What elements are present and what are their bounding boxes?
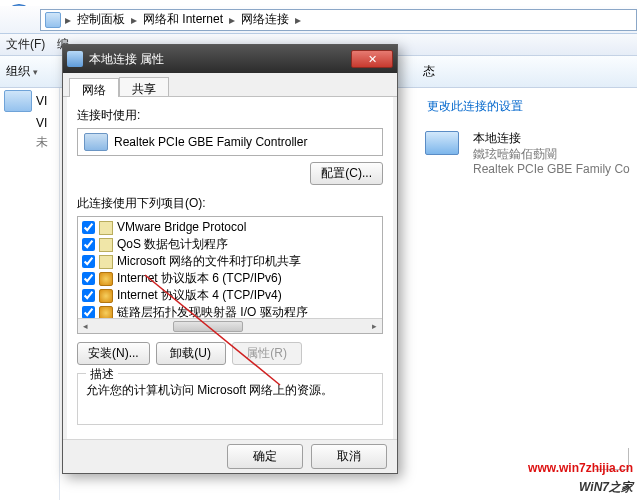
protocol-icon	[99, 289, 113, 303]
component-item[interactable]: Microsoft 网络的文件和打印机共享	[80, 253, 380, 270]
nic-icon	[84, 133, 108, 151]
list-item[interactable]: VI	[0, 114, 59, 132]
menu-file[interactable]: 文件(F)	[6, 36, 45, 53]
component-label: Internet 协议版本 4 (TCP/IPv4)	[117, 288, 282, 303]
watermark-url: www.win7zhijia.cn	[528, 461, 633, 475]
connection-card[interactable]: 本地连接 鐵玹曀錀佰葝闓 Realtek PCIe GBE Family Co	[417, 125, 637, 184]
control-panel-icon	[45, 12, 61, 28]
list-item-label: VI	[36, 94, 47, 108]
watermark: www.win7zhijia.cn WiN7之家	[528, 461, 633, 496]
install-button[interactable]: 安装(N)...	[77, 342, 150, 365]
breadcrumb-item[interactable]: 网络和 Internet	[141, 11, 225, 28]
horizontal-scrollbar[interactable]: ◂ ▸	[78, 318, 382, 333]
component-label: VMware Bridge Protocol	[117, 220, 246, 235]
service-icon	[99, 255, 113, 269]
component-label: Microsoft 网络的文件和打印机共享	[117, 254, 301, 269]
connection-name: 本地连接	[473, 131, 630, 147]
dialog-titlebar[interactable]: 本地连接 属性 ✕	[63, 45, 397, 73]
chevron-right-icon: ▸	[65, 13, 71, 27]
connection-adapter: Realtek PCIe GBE Family Co	[473, 162, 630, 178]
component-item[interactable]: Internet 协议版本 4 (TCP/IPv4)	[80, 287, 380, 304]
tab-network[interactable]: 网络	[69, 78, 119, 97]
chevron-right-icon: ▸	[295, 13, 301, 27]
list-item-label: VI	[36, 116, 47, 130]
protocol-icon	[99, 272, 113, 286]
chevron-right-icon: ▸	[229, 13, 235, 27]
tab-sharing[interactable]: 共享	[119, 77, 169, 96]
configure-button[interactable]: 配置(C)...	[310, 162, 383, 185]
uninstall-button[interactable]: 卸载(U)	[156, 342, 226, 365]
breadcrumb[interactable]: ▸ 控制面板 ▸ 网络和 Internet ▸ 网络连接 ▸	[40, 9, 637, 31]
dialog-title: 本地连接 属性	[89, 51, 345, 68]
scroll-right-icon[interactable]: ▸	[367, 319, 382, 333]
dialog-footer: 确定 取消	[63, 439, 397, 473]
component-checkbox[interactable]	[82, 221, 95, 234]
component-item[interactable]: Internet 协议版本 6 (TCP/IPv6)	[80, 270, 380, 287]
adapter-icon	[67, 51, 83, 67]
component-checkbox[interactable]	[82, 255, 95, 268]
component-checkbox[interactable]	[82, 238, 95, 251]
toolbar-organize[interactable]: 组织	[6, 63, 38, 80]
description-legend: 描述	[86, 366, 118, 383]
cancel-button[interactable]: 取消	[311, 444, 387, 469]
change-settings-link[interactable]: 更改此连接的设置	[417, 88, 637, 125]
tab-strip: 网络 共享	[63, 73, 397, 97]
breadcrumb-item[interactable]: 控制面板	[75, 11, 127, 28]
description-group: 描述 允许您的计算机访问 Microsoft 网络上的资源。	[77, 373, 383, 425]
watermark-logo: WiN7之家	[528, 475, 633, 496]
properties-button: 属性(R)	[232, 342, 302, 365]
service-icon	[99, 238, 113, 252]
properties-dialog: 本地连接 属性 ✕ 网络 共享 连接时使用: Realtek PCIe GBE …	[62, 44, 398, 474]
component-item[interactable]: VMware Bridge Protocol	[80, 219, 380, 236]
details-pane: 态 更改此连接的设置 本地连接 鐵玹曀錀佰葝闓 Realtek PCIe GBE…	[417, 56, 637, 500]
connection-status: 鐵玹曀錀佰葝闓	[473, 147, 630, 163]
adapter-icon	[425, 131, 465, 171]
component-checkbox[interactable]	[82, 289, 95, 302]
description-text: 允许您的计算机访问 Microsoft 网络上的资源。	[86, 382, 374, 399]
service-icon	[99, 221, 113, 235]
ok-button[interactable]: 确定	[227, 444, 303, 469]
scroll-thumb[interactable]	[173, 321, 243, 332]
items-label: 此连接使用下列项目(O):	[77, 195, 383, 212]
file-list: VI VI 未	[0, 88, 60, 500]
component-checkbox[interactable]	[82, 272, 95, 285]
adapter-name: Realtek PCIe GBE Family Controller	[114, 135, 307, 149]
chevron-right-icon: ▸	[131, 13, 137, 27]
component-item[interactable]: QoS 数据包计划程序	[80, 236, 380, 253]
close-button[interactable]: ✕	[351, 50, 393, 68]
address-bar: ▸ 控制面板 ▸ 网络和 Internet ▸ 网络连接 ▸	[0, 6, 637, 34]
scroll-left-icon[interactable]: ◂	[78, 319, 93, 333]
breadcrumb-item[interactable]: 网络连接	[239, 11, 291, 28]
connect-using-label: 连接时使用:	[77, 107, 383, 124]
component-label: Internet 协议版本 6 (TCP/IPv6)	[117, 271, 282, 286]
adapter-icon	[4, 90, 32, 112]
list-item[interactable]: VI	[0, 88, 59, 114]
adapter-field: Realtek PCIe GBE Family Controller	[77, 128, 383, 156]
list-item-sub: 未	[0, 132, 59, 153]
components-list[interactable]: VMware Bridge ProtocolQoS 数据包计划程序Microso…	[77, 216, 383, 334]
component-label: QoS 数据包计划程序	[117, 237, 228, 252]
